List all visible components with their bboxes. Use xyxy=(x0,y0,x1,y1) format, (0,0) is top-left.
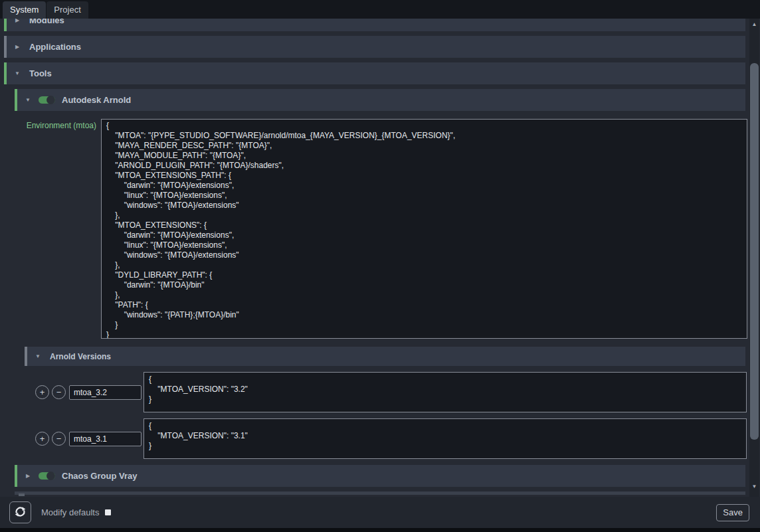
version-json-editor[interactable]: { "MTOA_VERSION": "3.2" } xyxy=(143,372,747,412)
section-label: Tools xyxy=(29,68,52,78)
section-header-modules[interactable]: ▶ Modules xyxy=(4,19,745,31)
version-row: + − { "MTOA_VERSION": "3.2" } xyxy=(0,372,760,412)
refresh-icon xyxy=(14,505,27,520)
tab-project[interactable]: Project xyxy=(47,1,88,19)
vertical-scrollbar[interactable]: ▲ ▼ xyxy=(749,19,759,497)
scroll-down-button[interactable]: ▼ xyxy=(749,482,759,491)
section-header-autodesk-arnold[interactable]: ▼ Autodesk Arnold xyxy=(15,89,745,111)
section-header-tools[interactable]: ▼ Tools xyxy=(4,62,745,84)
version-json-editor[interactable]: { "MTOA_VERSION": "3.1" } xyxy=(143,418,747,459)
version-key-input[interactable] xyxy=(69,432,142,446)
save-button[interactable]: Save xyxy=(716,504,749,521)
toggle-knob xyxy=(47,472,55,480)
section-label: Modules xyxy=(29,19,64,25)
toggle-knob xyxy=(47,96,55,104)
section-header-applications[interactable]: ▶ Applications xyxy=(4,36,745,58)
scroll-up-button[interactable]: ▲ xyxy=(749,20,759,29)
vray-enabled-toggle[interactable] xyxy=(39,472,55,480)
environment-label: Environment (mtoa) xyxy=(0,119,96,130)
section-label: Applications xyxy=(29,42,81,52)
version-row: + − { "MTOA_VERSION": "3.1" } xyxy=(0,418,760,459)
remove-version-button[interactable]: − xyxy=(52,432,66,446)
partial-next-section xyxy=(15,491,745,495)
chevron-right-icon: ▶ xyxy=(23,473,33,479)
chevron-down-icon: ▼ xyxy=(12,70,23,76)
settings-window: System Project ▶ Modules ▶ Applications … xyxy=(0,0,760,532)
chevron-right-icon: ▶ xyxy=(12,44,23,50)
add-version-button[interactable]: + xyxy=(35,385,49,399)
environment-row: Environment (mtoa) { "MTOA": "{PYPE_STUD… xyxy=(0,119,760,339)
add-version-button[interactable]: + xyxy=(35,432,49,446)
modify-defaults-checkbox[interactable] xyxy=(105,509,111,515)
chevron-down-icon: ▼ xyxy=(33,353,43,359)
section-label: Chaos Group Vray xyxy=(62,471,137,481)
settings-viewport: ▶ Modules ▶ Applications ▼ Tools ▼ Autod… xyxy=(0,19,760,497)
scrollbar-thumb[interactable] xyxy=(750,63,759,440)
modify-defaults-label: Modify defaults xyxy=(41,507,99,517)
arnold-enabled-toggle[interactable] xyxy=(39,96,55,104)
chevron-down-icon: ▼ xyxy=(23,97,33,103)
section-header-arnold-versions[interactable]: ▼ Arnold Versions xyxy=(25,347,745,366)
refresh-button[interactable] xyxy=(9,501,31,523)
horizontal-scrollbar-thumb[interactable] xyxy=(19,493,25,496)
chevron-right-icon: ▶ xyxy=(12,19,23,23)
tab-system[interactable]: System xyxy=(3,1,46,19)
version-key-input[interactable] xyxy=(69,385,142,400)
section-label: Arnold Versions xyxy=(50,352,111,361)
window-bottom-strip xyxy=(0,528,760,532)
scroll-content: ▶ Modules ▶ Applications ▼ Tools ▼ Autod… xyxy=(0,19,760,495)
footer-bar: Modify defaults Save xyxy=(0,497,760,528)
section-label: Autodesk Arnold xyxy=(62,95,131,105)
remove-version-button[interactable]: − xyxy=(52,385,66,399)
environment-json-editor[interactable]: { "MTOA": "{PYPE_STUDIO_SOFTWARE}/arnold… xyxy=(101,119,747,339)
tab-bar: System Project xyxy=(0,0,760,19)
section-header-chaos-group-vray[interactable]: ▶ Chaos Group Vray xyxy=(15,465,745,487)
